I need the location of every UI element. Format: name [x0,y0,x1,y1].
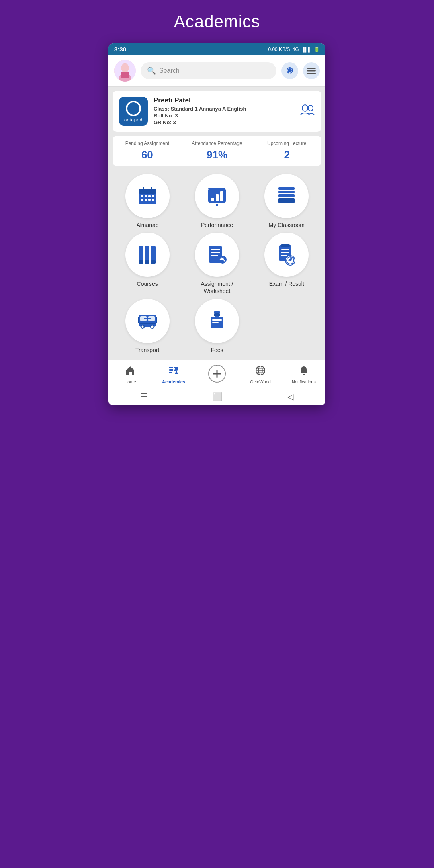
svg-point-11 [302,105,308,111]
back-sys-btn[interactable]: ◁ [287,392,293,401]
people-icon[interactable] [300,102,315,121]
svg-point-12 [308,105,313,111]
svg-rect-47 [281,249,289,250]
octopod-circle-icon [126,101,141,116]
page-title: Academics [174,12,260,31]
attendance-label: Attendance Percentage [182,141,252,146]
status-time: 3:30 [114,46,126,53]
fees-item[interactable]: Fees [189,299,245,354]
chat-button[interactable] [281,62,298,79]
menu-button[interactable] [303,62,320,79]
upcoming-lecture-stat[interactable]: Upcoming Lecture 2 [252,141,321,161]
battery-icon: 🔋 [314,47,320,52]
svg-rect-73 [169,369,173,371]
home-nav-label: Home [124,379,136,384]
svg-rect-18 [152,195,154,197]
profile-card: octopod Preeti Patel Class: Standard 1 A… [113,91,321,132]
octopod-logo: octopod [119,97,148,126]
courses-icon-circle [125,233,170,277]
my-classroom-item[interactable]: My Classroom [258,174,315,229]
svg-rect-30 [278,187,295,190]
svg-rect-38 [145,260,149,264]
almanac-icon-circle [125,174,170,218]
exam-result-label: Exam / Result [269,280,304,287]
svg-rect-16 [145,195,147,197]
svg-rect-4 [121,72,129,78]
svg-rect-8 [307,68,316,69]
assignment-label: Assignment / Worksheet [189,280,245,295]
svg-rect-68 [212,322,219,323]
svg-rect-14 [139,189,156,194]
svg-point-85 [303,374,305,375]
assignment-worksheet-item[interactable]: Assignment / Worksheet [189,233,245,295]
grid-row-3: Transport Fees [113,299,321,354]
transport-label: Transport [135,346,159,354]
svg-rect-33 [278,198,295,203]
phone-frame: 3:30 0.00 KB/S 4G ▐▌▌ 🔋 🔍 Search [108,43,326,405]
nav-home[interactable]: Home [108,365,152,384]
search-bar[interactable]: 🔍 Search [141,62,276,79]
octoworld-nav-label: OctoWorld [250,379,271,384]
profile-info: Preeti Patel Class: Standard 1 Annanya A… [154,96,294,126]
pending-value: 60 [113,149,182,161]
svg-point-29 [216,204,218,206]
svg-point-7 [288,68,292,72]
grid-row-1: Almanac Performance [113,174,321,229]
pending-assignment-stat[interactable]: Pending Assignment 60 [113,141,182,161]
nav-academics[interactable]: Academics [152,365,195,384]
courses-label: Courses [137,280,158,287]
exam-icon-circle [264,233,309,277]
user-avatar[interactable] [114,60,136,82]
svg-point-64 [151,326,153,328]
svg-rect-10 [307,73,316,74]
globe-icon [255,365,266,378]
almanac-item[interactable]: Almanac [119,174,176,229]
home-sys-btn[interactable]: ⬜ [213,392,223,401]
notifications-nav-label: Notifications [292,379,316,384]
svg-rect-71 [214,311,220,313]
grid-row-2: Courses Assignment / Worksheet [113,233,321,295]
svg-point-52 [289,260,291,261]
svg-rect-21 [148,199,151,201]
nav-octoworld[interactable]: OctoWorld [239,365,282,384]
grid-section: Almanac Performance [108,170,326,360]
svg-rect-65 [144,318,151,319]
performance-item[interactable]: Performance [189,174,245,229]
academics-icon [168,365,179,378]
svg-rect-19 [141,199,143,201]
svg-rect-37 [139,260,143,264]
courses-item[interactable]: Courses [119,233,176,295]
nav-notifications[interactable]: Notifications [282,365,326,384]
octopod-text: octopod [124,117,143,122]
svg-rect-60 [156,317,157,323]
svg-rect-48 [281,252,289,253]
menu-sys-btn[interactable]: ☰ [141,392,148,401]
svg-rect-42 [211,252,220,253]
svg-point-77 [175,367,178,370]
student-name: Preeti Patel [154,96,294,104]
fees-icon-circle [195,299,239,343]
svg-point-62 [141,326,143,328]
svg-rect-27 [216,194,219,201]
status-bar: 3:30 0.00 KB/S 4G ▐▌▌ 🔋 [108,43,326,55]
attendance-value: 91% [182,149,252,161]
svg-rect-74 [169,372,172,373]
fees-label: Fees [211,346,223,354]
svg-rect-43 [211,255,218,256]
svg-rect-15 [141,195,143,197]
bottom-nav: Home Academics [108,360,326,388]
svg-rect-39 [151,260,156,264]
nav-octoplus[interactable] [195,364,239,385]
svg-rect-49 [281,255,287,256]
transport-item[interactable]: Transport [119,299,176,354]
svg-rect-31 [278,191,295,193]
exam-result-item[interactable]: Exam / Result [258,233,315,295]
performance-icon-circle [195,174,239,218]
attendance-stat[interactable]: Attendance Percentage 91% [182,141,252,161]
svg-rect-41 [211,249,220,250]
svg-rect-28 [220,191,223,201]
signal-icon: ▐▌▌ [301,47,311,52]
svg-rect-72 [169,367,173,368]
upcoming-label: Upcoming Lecture [252,141,321,146]
svg-point-3 [121,63,129,72]
